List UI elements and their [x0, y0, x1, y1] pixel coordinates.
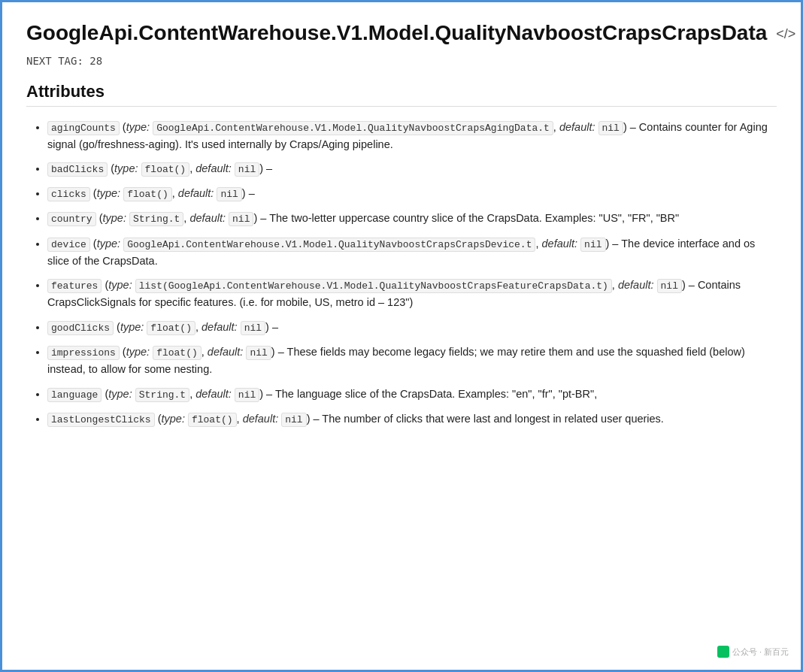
default-label-4: default: — [542, 238, 578, 250]
attributes-section-title: Attributes — [26, 82, 777, 107]
type-label-9: type: — [161, 413, 184, 425]
type-value-4: GoogleApi.ContentWarehouse.V1.Model.Qual… — [123, 238, 535, 252]
default-label-8: default: — [195, 388, 232, 400]
page-title: GoogleApi.ContentWarehouse.V1.Model.Qual… — [26, 20, 767, 46]
watermark-text: 公众号 · 新百元 — [732, 646, 789, 658]
default-value-3: nil — [229, 212, 253, 226]
list-item: impressions (type: float(), default: nil… — [47, 344, 777, 378]
watermark-icon — [717, 646, 729, 658]
default-label-9: default: — [243, 413, 279, 425]
type-label-7: type: — [126, 346, 150, 358]
attr-name-country: country — [47, 212, 96, 226]
default-value-6: nil — [241, 321, 265, 335]
type-label-6: type: — [120, 321, 144, 333]
list-item: language (type: String.t, default: nil) … — [47, 386, 777, 403]
type-label-4: type: — [97, 238, 120, 250]
list-item: device (type: GoogleApi.ContentWarehouse… — [47, 235, 777, 270]
default-value-1: nil — [235, 162, 259, 177]
default-value-7: nil — [246, 346, 271, 360]
default-value-0: nil — [598, 121, 623, 135]
type-label-1: type: — [114, 162, 138, 174]
attr-name-lastLongestClicks: lastLongestClicks — [47, 413, 155, 427]
attr-name-clicks: clicks — [47, 187, 90, 201]
default-value-8: nil — [235, 388, 259, 402]
default-value-2: nil — [217, 187, 241, 201]
list-item: country (type: String.t, default: nil) –… — [47, 210, 777, 227]
attributes-list: agingCounts (type: GoogleApi.ContentWare… — [26, 119, 777, 428]
type-value-3: String.t — [129, 212, 183, 226]
type-value-9: float() — [188, 413, 237, 427]
type-value-2: float() — [123, 187, 172, 201]
header-row: GoogleApi.ContentWarehouse.V1.Model.Qual… — [26, 20, 777, 46]
default-value-5: nil — [657, 279, 682, 293]
default-label-3: default: — [189, 212, 226, 224]
type-value-1: float() — [141, 162, 190, 177]
code-icon[interactable]: </> — [776, 26, 795, 42]
page-wrapper: GoogleApi.ContentWarehouse.V1.Model.Qual… — [0, 0, 803, 672]
list-item: clicks (type: float(), default: nil) – — [47, 185, 777, 202]
list-item: goodClicks (type: float(), default: nil)… — [47, 319, 777, 336]
next-tag: NEXT TAG: 28 — [26, 55, 777, 67]
default-label-0: default: — [559, 121, 595, 133]
attr-name-agingCounts: agingCounts — [47, 121, 120, 135]
default-value-4: nil — [580, 238, 605, 252]
attr-name-goodClicks: goodClicks — [47, 321, 114, 335]
attr-name-badClicks: badClicks — [47, 162, 108, 177]
attr-name-language: language — [47, 388, 102, 402]
attr-name-features: features — [47, 279, 102, 293]
type-value-0: GoogleApi.ContentWarehouse.V1.Model.Qual… — [153, 121, 553, 135]
default-label-6: default: — [202, 321, 238, 333]
type-value-7: float() — [153, 346, 202, 360]
default-value-9: nil — [281, 413, 306, 427]
type-label-0: type: — [126, 121, 150, 133]
type-value-6: float() — [147, 321, 195, 335]
type-label-3: type: — [102, 212, 126, 224]
type-label-5: type: — [108, 279, 132, 291]
default-label-5: default: — [618, 279, 654, 291]
type-label-2: type: — [97, 187, 120, 199]
default-label-1: default: — [195, 162, 232, 174]
type-value-5: list(GoogleApi.ContentWarehouse.V1.Model… — [135, 279, 612, 293]
list-item: badClicks (type: float(), default: nil) … — [47, 160, 777, 177]
watermark: 公众号 · 新百元 — [717, 646, 789, 658]
attr-name-device: device — [47, 238, 90, 252]
list-item: lastLongestClicks (type: float(), defaul… — [47, 410, 777, 428]
type-label-8: type: — [108, 388, 132, 400]
attr-name-impressions: impressions — [47, 346, 120, 360]
list-item: agingCounts (type: GoogleApi.ContentWare… — [47, 119, 777, 153]
default-label-2: default: — [178, 187, 214, 199]
default-label-7: default: — [208, 346, 244, 358]
list-item: features (type: list(GoogleApi.ContentWa… — [47, 277, 777, 311]
type-value-8: String.t — [135, 388, 189, 402]
